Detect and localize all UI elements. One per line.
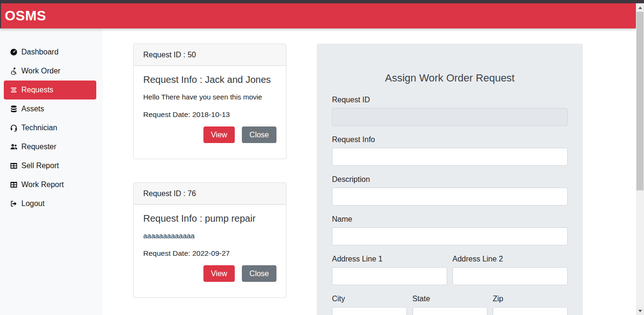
description-label: Description: [332, 175, 568, 184]
sidebar-item-work-order[interactable]: Work Order: [4, 62, 96, 81]
table-icon: [9, 162, 18, 170]
description-field-group: Description: [332, 175, 568, 206]
vertical-scrollbar[interactable]: [636, 0, 644, 315]
card-actions: View Close: [143, 265, 276, 282]
window-top-edge: [0, 0, 644, 3]
sidebar-item-label: Requester: [21, 143, 56, 151]
scrollbar-thumb[interactable]: [636, 12, 644, 190]
sidebar-item-label: Dashboard: [21, 48, 58, 56]
name-label: Name: [332, 215, 568, 224]
sidebar: Dashboard Work Order Requests Assets Tec…: [0, 28, 103, 315]
state-field-group: State: [413, 295, 488, 315]
close-button[interactable]: Close: [242, 265, 276, 282]
city-state-zip-row: City State Zip: [332, 295, 568, 315]
sidebar-item-label: Sell Report: [21, 162, 59, 170]
request-info-label: Request Info: [332, 135, 568, 144]
sidebar-item-assets[interactable]: Assets: [4, 99, 96, 118]
scroll-down-button[interactable]: [636, 306, 644, 315]
request-info-field-group: Request Info: [332, 135, 568, 166]
wheelchair-icon: [9, 67, 18, 75]
request-card: Request ID : 76 Request Info : pump repa…: [133, 182, 286, 298]
request-card-body: Request Info : Jack and Jones Hello Ther…: [134, 66, 286, 153]
sidebar-item-requests[interactable]: Requests: [4, 81, 96, 99]
zip-input[interactable]: [493, 307, 568, 315]
address-line2-input[interactable]: [452, 267, 568, 285]
address-line2-field-group: Address Line 2: [452, 255, 568, 285]
dashboard-icon: [9, 48, 18, 56]
sidebar-item-logout[interactable]: Logout: [4, 194, 96, 213]
users-icon: [9, 143, 18, 151]
request-info-input[interactable]: [332, 148, 568, 166]
table-icon: [9, 181, 18, 189]
request-id-label: Request ID: [332, 96, 568, 104]
window-left-edge: [0, 3, 1, 28]
arrow-up-icon: [638, 7, 642, 9]
request-title: Request Info : pump repair: [143, 213, 276, 224]
city-input[interactable]: [332, 307, 407, 315]
sidebar-item-label: Assets: [21, 105, 44, 113]
address-line2-label: Address Line 2: [452, 255, 568, 263]
sidebar-item-label: Work Order: [21, 67, 60, 75]
logout-icon: [9, 200, 18, 208]
card-actions: View Close: [143, 126, 276, 143]
address-line1-label: Address Line 1: [332, 255, 447, 263]
request-date: Request Date: 2022-09-27: [143, 249, 276, 258]
sidebar-item-sell-report[interactable]: Sell Report: [4, 156, 96, 175]
name-field-group: Name: [332, 215, 568, 245]
request-card-header: Request ID : 76: [134, 183, 286, 205]
brand-logo: OSMS: [5, 8, 46, 24]
sidebar-item-label: Requests: [21, 86, 54, 94]
zip-label: Zip: [493, 295, 568, 303]
view-button[interactable]: View: [203, 126, 235, 143]
sidebar-item-work-report[interactable]: Work Report: [4, 175, 96, 194]
view-button[interactable]: View: [203, 265, 235, 282]
address-line1-input[interactable]: [332, 267, 447, 285]
form-title: Assign Work Order Request: [332, 72, 568, 84]
sidebar-nav: Dashboard Work Order Requests Assets Tec…: [0, 43, 103, 213]
sidebar-item-label: Logout: [21, 199, 45, 208]
headset-icon: [9, 124, 18, 132]
name-input[interactable]: [332, 227, 568, 245]
arrow-down-icon: [638, 310, 642, 312]
city-field-group: City: [332, 295, 407, 315]
main-content: Request ID : 50 Request Info : Jack and …: [103, 28, 636, 315]
database-icon: [9, 105, 18, 113]
state-label: State: [413, 295, 488, 303]
scroll-up-button[interactable]: [636, 3, 644, 12]
zip-field-group: Zip: [493, 295, 568, 315]
sidebar-item-requester[interactable]: Requester: [4, 137, 96, 156]
request-card: Request ID : 50 Request Info : Jack and …: [133, 44, 286, 159]
sidebar-item-label: Work Report: [21, 180, 64, 189]
request-card-body: Request Info : pump repair aaaaaaaaaaaaa…: [134, 205, 286, 291]
sidebar-item-dashboard[interactable]: Dashboard: [4, 43, 96, 62]
request-id-text: Request ID : 50: [143, 51, 196, 59]
address-line1-field-group: Address Line 1: [332, 255, 447, 285]
request-card-list: Request ID : 50 Request Info : Jack and …: [133, 44, 286, 298]
request-description: Hello There have you seen this movie: [143, 93, 276, 101]
list-icon: [9, 86, 18, 94]
request-card-header: Request ID : 50: [134, 44, 286, 66]
request-title: Request Info : Jack and Jones: [143, 74, 276, 85]
app-header: OSMS: [0, 3, 636, 28]
assign-work-order-panel: Assign Work Order Request Request ID Req…: [317, 44, 583, 315]
city-label: City: [332, 295, 407, 303]
request-id-field-group: Request ID: [332, 96, 568, 126]
description-input[interactable]: [332, 188, 568, 206]
request-date: Request Date: 2018-10-13: [143, 110, 276, 119]
sidebar-item-label: Technician: [21, 124, 57, 132]
state-input[interactable]: [413, 307, 488, 315]
address-row: Address Line 1 Address Line 2: [332, 255, 568, 285]
close-button[interactable]: Close: [242, 126, 276, 143]
request-description: aaaaaaaaaaaaa: [143, 232, 276, 240]
request-id-input: [332, 108, 568, 126]
request-id-text: Request ID : 76: [143, 189, 196, 198]
sidebar-item-technician[interactable]: Technician: [4, 118, 96, 137]
